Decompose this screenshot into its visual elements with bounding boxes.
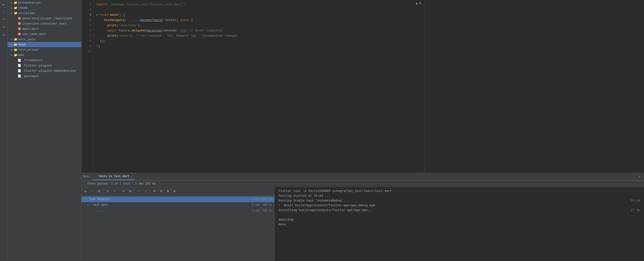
run-all-button[interactable]: ▶: [83, 188, 89, 194]
up-button[interactable]: ↑: [136, 188, 142, 194]
check-icon[interactable]: ✓: [0, 8, 7, 15]
line-num-4: 4: [82, 18, 91, 23]
toolbar-separator: [134, 189, 135, 194]
folder-icon: 📁: [13, 37, 18, 41]
test-case-row[interactable]: ▼ ✓ ... 3 sec 205 ms: [82, 208, 274, 214]
sidebar-item-label: .firebaserc: [22, 59, 43, 62]
line-num-7: 7: [82, 33, 91, 38]
sidebar-item-label: web: [18, 53, 24, 57]
code-line-8: });: [96, 38, 421, 44]
console-text: done: [278, 222, 286, 227]
folder-icon: 📁: [13, 11, 18, 15]
chevron-right-icon: ▶: [10, 37, 13, 41]
stop-button[interactable]: ⊘: [96, 188, 102, 194]
left-sidebar-icons: ▶ ✓ ≡ ⊕ ⚙: [0, 0, 8, 261]
console-line-2: Running Gradle task 'assembleDebug'... 5…: [278, 198, 640, 203]
filter-button-1[interactable]: ≡: [120, 188, 126, 194]
sidebar-item-injection[interactable]: ▶ 🎯 injection_container.dart: [8, 21, 81, 26]
tab-close-icon[interactable]: ✕: [131, 175, 132, 178]
sidebar-item-test-driver[interactable]: ▶ 📁 test_driver: [8, 47, 81, 52]
dart-file-icon: 🎯: [17, 16, 22, 20]
clock-button[interactable]: ⊙: [152, 188, 157, 194]
test-tab[interactable]: ✓ tests in test.dart ✕: [93, 173, 135, 180]
sidebar-item-packages[interactable]: ▶ 📄 .packages: [8, 73, 81, 79]
bottom-panel: Run: ✓ tests in test.dart ✕ ⚙ ✓ Tests pa…: [82, 173, 644, 261]
function-call: print: [108, 33, 117, 38]
settings-side-icon[interactable]: ⚙: [0, 31, 7, 38]
fold-icon[interactable]: ▼: [96, 44, 98, 49]
down-button[interactable]: ↓: [143, 188, 148, 194]
function-call: delayed: [132, 28, 145, 33]
type-name: WidgetTester: [141, 18, 163, 23]
bottom-settings-icon[interactable]: ⚙: [638, 175, 640, 179]
test-results-row[interactable]: ▼ ✓ Test Results 3 sec 205 ms: [82, 197, 274, 202]
sidebar-item-label: injection_container.dart: [22, 22, 67, 25]
test-dart-row[interactable]: ▼ ✓ test.dart 3 sec 205 ms: [82, 202, 274, 208]
test-folder-icon: 📂: [13, 43, 18, 46]
sidebar-item-label: .packages: [22, 74, 39, 78]
code-line-5: print ( 'awaiting' );: [96, 23, 421, 28]
line-num-3: 3: [82, 12, 91, 18]
settings-test-button[interactable]: ⚙: [172, 188, 177, 194]
test-dart-time: 3 sec 205 ms: [252, 203, 272, 207]
sidebar-item-firebaserc[interactable]: ▶ 📄 .firebaserc: [8, 58, 81, 63]
console-time: 27.3s: [631, 208, 640, 213]
test-results-label: Test Results: [89, 198, 110, 201]
code-line-2: [96, 7, 421, 12]
function-name: main: [110, 12, 118, 18]
console-line-5: [278, 213, 640, 218]
list-icon[interactable]: ≡: [0, 16, 7, 23]
run-check-button[interactable]: ✓: [90, 188, 95, 194]
code-line-9: ▼ }: [96, 44, 421, 49]
sidebar-item-utilities[interactable]: ▶ 📁 utilities: [8, 10, 81, 16]
sidebar-item-theme[interactable]: ▶ 📁 theme: [8, 5, 81, 10]
code-content: import 'package:flutter_test/flutter_tes…: [94, 0, 425, 173]
config-file-icon: 📄: [17, 69, 22, 73]
git-blame-text: You, Moments ago · Uncommitted changes: [167, 33, 238, 38]
sort-button-2[interactable]: ⇩: [112, 188, 118, 194]
run-label: Run:: [84, 175, 90, 178]
run-icon[interactable]: ▶: [0, 1, 7, 8]
sidebar-item-test[interactable]: ▼ 📂 test: [8, 42, 81, 47]
main-area: ▶ ✓ ≡ ⊕ ⚙ ▶ 📁 presentation ▶ 📁 theme ▶ 📁…: [0, 0, 644, 261]
pass-icon: ✓: [90, 203, 92, 207]
folder-icon: 📁: [13, 1, 18, 4]
sidebar-item-web[interactable]: ▶ 📁 web: [8, 52, 81, 58]
number-literal: 2: [180, 28, 182, 33]
sidebar-item-label: utilities: [18, 11, 35, 15]
toolbar-separator: [150, 189, 150, 194]
sidebar-item-main-dart[interactable]: ▶ 🎯 main.dart: [8, 26, 81, 31]
fold-icon[interactable]: ▼: [99, 12, 100, 18]
pass-icon: ✓: [96, 209, 98, 213]
sidebar-item-flutter-plugins-dep[interactable]: ▶ 📄 .flutter-plugins-dependencies: [8, 68, 81, 73]
filter-button-2[interactable]: ⊞: [127, 188, 133, 194]
keyword: import: [96, 2, 108, 7]
sort-button-1[interactable]: ⇅: [105, 188, 111, 194]
chevron-right-icon: ▶: [10, 6, 13, 10]
dart-file-icon: 🎯: [17, 32, 22, 36]
add-icon[interactable]: ⊕: [0, 24, 7, 30]
line-num-1: 1: [82, 2, 91, 7]
right-panel: [425, 0, 644, 173]
sidebar-item-presentation[interactable]: ▶ 📁 presentation: [8, 0, 81, 5]
keyword: void: [101, 12, 108, 18]
line-num-5: 5: [82, 23, 91, 28]
status-pass-icon: ✓: [84, 182, 86, 186]
console-panel: flutter test -d 29c7c1550005 integration…: [274, 187, 644, 261]
sidebar-item-label: .flutter-plugins-dependencies: [22, 69, 76, 73]
sidebar-item-label: .flutter-plugins: [22, 64, 52, 67]
sidebar-item-mock-data[interactable]: ▶ 📁 mock_data: [8, 37, 81, 42]
sidebar-item-flutter-plugins[interactable]: ▶ 📄 .flutter-plugins: [8, 63, 81, 68]
folder-icon: 📁: [13, 6, 18, 10]
expand-button[interactable]: ⊡: [158, 188, 164, 194]
console-text: ✓ Built build/app/outputs/flutter-apk/ap…: [278, 203, 377, 208]
folder-icon: 📁: [13, 53, 18, 57]
config-file-icon: 📄: [17, 74, 22, 78]
export-button[interactable]: ⊠: [165, 188, 171, 194]
sidebar-item-label: test_driver: [18, 48, 39, 52]
sidebar-item-generated[interactable]: ▶ 🎯 generated_plugin_registrant: [8, 16, 81, 21]
run-line-button[interactable]: ▶: [96, 12, 98, 18]
sidebar-item-use-case[interactable]: ▶ 🎯 use_case.dart: [8, 31, 81, 37]
test-results-time: 3 sec 205 ms: [252, 198, 272, 201]
code-line-1: import 'package:flutter_test/flutter_tes…: [96, 2, 421, 7]
